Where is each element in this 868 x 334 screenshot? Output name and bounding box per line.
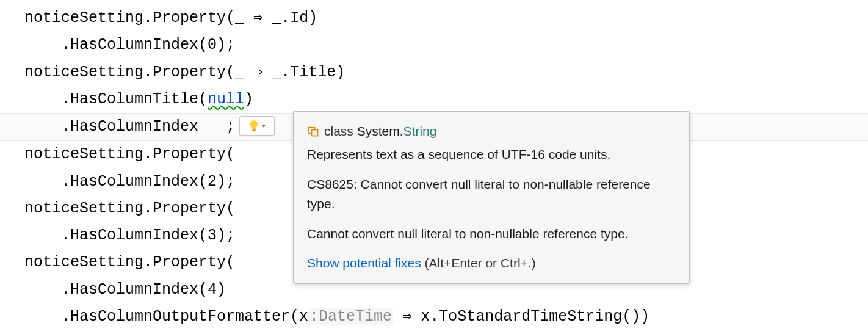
tooltip-error-code: CS8625: Cannot convert null literal to n… xyxy=(307,175,676,213)
code-editor[interactable]: noticeSetting.Property(_ ⇒ _.Id) .HasCol… xyxy=(0,0,868,334)
tooltip-description: Represents text as a sequence of UTF-16 … xyxy=(307,145,676,164)
lambda-arrow: ⇒ xyxy=(402,308,411,325)
lambda-arrow: ⇒ xyxy=(253,64,262,81)
code-line[interactable]: noticeSetting.Property(_ ⇒ _.Title) xyxy=(0,59,868,86)
code-text: .HasColumnIndex(3); xyxy=(24,227,235,244)
quick-actions-lightbulb[interactable]: ▾ xyxy=(239,116,275,136)
code-line[interactable]: .HasColumnOutputFormatter(x:DateTime ⇒ x… xyxy=(0,303,868,330)
code-text: .HasColumnTitle( xyxy=(24,90,208,108)
code-text: .HasColumnIndex(2); xyxy=(24,173,235,191)
code-text: x.ToStandardTimeString()) xyxy=(411,308,649,325)
code-text: .HasColumnIndex(0); xyxy=(24,36,235,54)
code-text: .HasColumnIndex(4) xyxy=(24,281,226,299)
tooltip-error-message: Cannot convert null literal to non-nulla… xyxy=(307,224,676,244)
code-text: noticeSetting.Property(_ xyxy=(24,9,253,27)
inline-type-hint: :DateTime xyxy=(308,308,393,325)
code-text: .HasColumnIndex ; xyxy=(24,118,235,136)
code-text xyxy=(393,308,402,325)
code-text: noticeSetting.Property( xyxy=(24,253,235,271)
code-text: .HasColumnOutputFormatter(x xyxy=(24,308,308,325)
show-fixes-link[interactable]: Show potential fixes xyxy=(307,256,421,270)
code-line[interactable]: noticeSetting.Property(_ ⇒ _.Id) xyxy=(0,5,868,32)
code-text: noticeSetting.Property(_ xyxy=(24,64,253,81)
svg-rect-1 xyxy=(312,129,318,136)
class-keyword: class xyxy=(324,124,353,138)
class-icon xyxy=(307,125,319,137)
code-line[interactable]: .HasColumnTitle(null) xyxy=(0,86,868,113)
quick-info-tooltip: class System.String Represents text as a… xyxy=(293,111,690,284)
code-text: _.Title) xyxy=(262,64,345,81)
fixes-shortcut-hint: (Alt+Enter or Ctrl+.) xyxy=(421,256,536,270)
namespace-text: System. xyxy=(357,124,403,138)
code-text: noticeSetting.Property( xyxy=(24,145,235,163)
tooltip-fixes-row: Show potential fixes (Alt+Enter or Ctrl+… xyxy=(307,253,676,273)
tooltip-header: class System.String xyxy=(307,122,676,141)
code-text: noticeSetting.Property( xyxy=(24,200,235,217)
lightbulb-icon xyxy=(248,120,260,132)
lambda-arrow: ⇒ xyxy=(253,9,262,27)
chevron-down-icon: ▾ xyxy=(261,122,266,131)
type-name: String xyxy=(403,124,437,138)
code-line[interactable]: .HasColumnIndex(0); xyxy=(0,32,868,59)
code-text: ) xyxy=(244,90,253,108)
code-text: _.Id) xyxy=(262,9,317,27)
null-keyword[interactable]: null xyxy=(208,90,244,108)
